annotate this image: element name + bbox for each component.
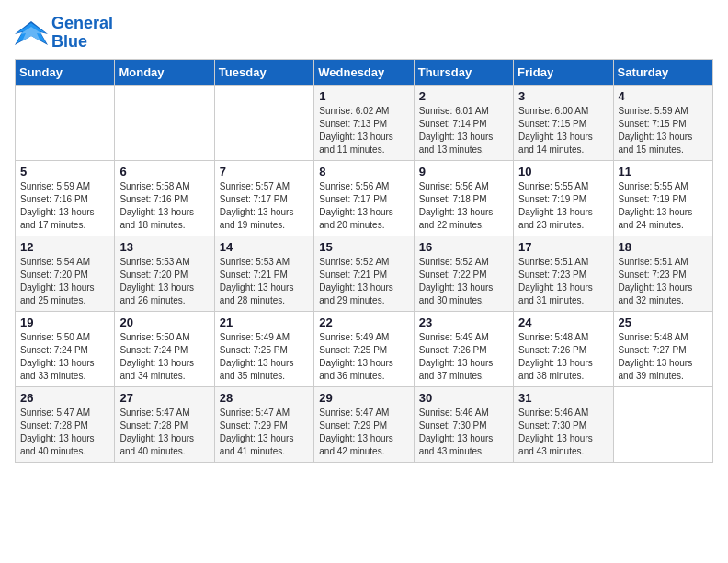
day-info: Sunrise: 5:47 AM Sunset: 7:29 PM Dayligh… xyxy=(220,407,309,458)
calendar-cell: 23Sunrise: 5:49 AM Sunset: 7:26 PM Dayli… xyxy=(414,311,513,386)
calendar-cell xyxy=(613,386,712,462)
day-number: 29 xyxy=(319,391,408,405)
day-info: Sunrise: 5:48 AM Sunset: 7:27 PM Dayligh… xyxy=(619,331,708,383)
header-thursday: Thursday xyxy=(414,59,513,85)
day-number: 6 xyxy=(119,165,209,178)
calendar-cell xyxy=(214,85,313,160)
calendar-cell: 20Sunrise: 5:50 AM Sunset: 7:24 PM Dayli… xyxy=(115,311,214,386)
day-info: Sunrise: 5:52 AM Sunset: 7:22 PM Dayligh… xyxy=(419,256,508,307)
calendar-cell: 22Sunrise: 5:49 AM Sunset: 7:25 PM Dayli… xyxy=(314,311,414,386)
day-info: Sunrise: 5:49 AM Sunset: 7:25 PM Dayligh… xyxy=(319,331,408,383)
header-monday: Monday xyxy=(115,59,214,85)
day-info: Sunrise: 5:47 AM Sunset: 7:28 PM Dayligh… xyxy=(119,407,209,458)
calendar-cell: 24Sunrise: 5:48 AM Sunset: 7:26 PM Dayli… xyxy=(514,311,613,386)
calendar-week-2: 5Sunrise: 5:59 AM Sunset: 7:16 PM Daylig… xyxy=(16,160,713,236)
calendar-cell: 12Sunrise: 5:54 AM Sunset: 7:20 PM Dayli… xyxy=(16,236,115,311)
calendar-cell: 18Sunrise: 5:51 AM Sunset: 7:23 PM Dayli… xyxy=(613,236,712,311)
day-info: Sunrise: 5:56 AM Sunset: 7:17 PM Dayligh… xyxy=(319,180,408,232)
calendar-cell: 6Sunrise: 5:58 AM Sunset: 7:16 PM Daylig… xyxy=(115,160,214,236)
calendar-cell: 7Sunrise: 5:57 AM Sunset: 7:17 PM Daylig… xyxy=(214,160,313,236)
day-info: Sunrise: 5:47 AM Sunset: 7:28 PM Dayligh… xyxy=(20,407,109,458)
day-info: Sunrise: 5:50 AM Sunset: 7:24 PM Dayligh… xyxy=(119,331,209,383)
calendar-cell xyxy=(16,85,115,160)
day-number: 25 xyxy=(619,316,708,329)
calendar-cell: 2Sunrise: 6:01 AM Sunset: 7:14 PM Daylig… xyxy=(414,85,513,160)
day-number: 24 xyxy=(518,316,608,329)
day-number: 5 xyxy=(20,165,109,178)
calendar-cell: 25Sunrise: 5:48 AM Sunset: 7:27 PM Dayli… xyxy=(613,311,712,386)
calendar-cell: 15Sunrise: 5:52 AM Sunset: 7:21 PM Dayli… xyxy=(314,236,414,311)
day-number: 9 xyxy=(419,165,508,178)
calendar-cell: 3Sunrise: 6:00 AM Sunset: 7:15 PM Daylig… xyxy=(514,85,613,160)
day-info: Sunrise: 5:55 AM Sunset: 7:19 PM Dayligh… xyxy=(619,180,708,232)
logo: General Blue xyxy=(15,15,113,52)
calendar-cell: 13Sunrise: 5:53 AM Sunset: 7:20 PM Dayli… xyxy=(115,236,214,311)
calendar-week-1: 1Sunrise: 6:02 AM Sunset: 7:13 PM Daylig… xyxy=(16,85,713,160)
day-number: 16 xyxy=(419,240,508,254)
calendar-cell: 14Sunrise: 5:53 AM Sunset: 7:21 PM Dayli… xyxy=(214,236,313,311)
day-number: 8 xyxy=(319,165,408,178)
header-wednesday: Wednesday xyxy=(314,59,414,85)
day-info: Sunrise: 5:59 AM Sunset: 7:15 PM Dayligh… xyxy=(619,105,708,156)
day-number: 17 xyxy=(518,240,608,254)
day-info: Sunrise: 5:51 AM Sunset: 7:23 PM Dayligh… xyxy=(518,256,608,307)
calendar-cell: 4Sunrise: 5:59 AM Sunset: 7:15 PM Daylig… xyxy=(613,85,712,160)
day-info: Sunrise: 5:52 AM Sunset: 7:21 PM Dayligh… xyxy=(319,256,408,307)
header-sunday: Sunday xyxy=(16,59,115,85)
day-info: Sunrise: 5:46 AM Sunset: 7:30 PM Dayligh… xyxy=(518,407,608,458)
day-info: Sunrise: 6:00 AM Sunset: 7:15 PM Dayligh… xyxy=(518,105,608,156)
calendar-cell: 9Sunrise: 5:56 AM Sunset: 7:18 PM Daylig… xyxy=(414,160,513,236)
day-info: Sunrise: 5:49 AM Sunset: 7:26 PM Dayligh… xyxy=(419,331,508,383)
day-number: 10 xyxy=(518,165,608,178)
day-number: 21 xyxy=(220,316,309,329)
calendar-week-5: 26Sunrise: 5:47 AM Sunset: 7:28 PM Dayli… xyxy=(16,386,713,462)
day-info: Sunrise: 5:48 AM Sunset: 7:26 PM Dayligh… xyxy=(518,331,608,383)
day-number: 11 xyxy=(619,165,708,178)
calendar-cell: 30Sunrise: 5:46 AM Sunset: 7:30 PM Dayli… xyxy=(414,386,513,462)
day-info: Sunrise: 5:46 AM Sunset: 7:30 PM Dayligh… xyxy=(419,407,508,458)
day-info: Sunrise: 5:53 AM Sunset: 7:20 PM Dayligh… xyxy=(119,256,209,307)
day-info: Sunrise: 5:47 AM Sunset: 7:29 PM Dayligh… xyxy=(319,407,408,458)
calendar-cell: 29Sunrise: 5:47 AM Sunset: 7:29 PM Dayli… xyxy=(314,386,414,462)
calendar-cell: 31Sunrise: 5:46 AM Sunset: 7:30 PM Dayli… xyxy=(514,386,613,462)
logo-text: General Blue xyxy=(51,15,113,52)
day-number: 13 xyxy=(119,240,209,254)
day-info: Sunrise: 5:53 AM Sunset: 7:21 PM Dayligh… xyxy=(220,256,309,307)
day-info: Sunrise: 5:56 AM Sunset: 7:18 PM Dayligh… xyxy=(419,180,508,232)
day-number: 14 xyxy=(220,240,309,254)
header-friday: Friday xyxy=(514,59,613,85)
day-info: Sunrise: 5:49 AM Sunset: 7:25 PM Dayligh… xyxy=(220,331,309,383)
calendar-cell: 11Sunrise: 5:55 AM Sunset: 7:19 PM Dayli… xyxy=(613,160,712,236)
calendar-cell: 17Sunrise: 5:51 AM Sunset: 7:23 PM Dayli… xyxy=(514,236,613,311)
day-number: 3 xyxy=(518,89,608,103)
calendar-week-4: 19Sunrise: 5:50 AM Sunset: 7:24 PM Dayli… xyxy=(16,311,713,386)
day-number: 12 xyxy=(20,240,109,254)
logo-icon xyxy=(15,19,48,47)
day-info: Sunrise: 5:50 AM Sunset: 7:24 PM Dayligh… xyxy=(20,331,109,383)
header-tuesday: Tuesday xyxy=(214,59,313,85)
calendar-cell: 1Sunrise: 6:02 AM Sunset: 7:13 PM Daylig… xyxy=(314,85,414,160)
day-number: 18 xyxy=(619,240,708,254)
day-number: 4 xyxy=(619,89,708,103)
day-info: Sunrise: 6:02 AM Sunset: 7:13 PM Dayligh… xyxy=(319,105,408,156)
day-number: 19 xyxy=(20,316,109,329)
day-info: Sunrise: 5:54 AM Sunset: 7:20 PM Dayligh… xyxy=(20,256,109,307)
calendar-table: SundayMondayTuesdayWednesdayThursdayFrid… xyxy=(15,59,713,463)
day-number: 31 xyxy=(518,391,608,405)
calendar-week-3: 12Sunrise: 5:54 AM Sunset: 7:20 PM Dayli… xyxy=(16,236,713,311)
day-number: 30 xyxy=(419,391,508,405)
calendar-header-row: SundayMondayTuesdayWednesdayThursdayFrid… xyxy=(16,59,713,85)
calendar-cell: 8Sunrise: 5:56 AM Sunset: 7:17 PM Daylig… xyxy=(314,160,414,236)
calendar-cell: 28Sunrise: 5:47 AM Sunset: 7:29 PM Dayli… xyxy=(214,386,313,462)
day-number: 26 xyxy=(20,391,109,405)
day-number: 23 xyxy=(419,316,508,329)
day-info: Sunrise: 5:55 AM Sunset: 7:19 PM Dayligh… xyxy=(518,180,608,232)
page-header: General Blue xyxy=(15,15,713,52)
day-number: 1 xyxy=(319,89,408,103)
day-number: 15 xyxy=(319,240,408,254)
day-info: Sunrise: 5:51 AM Sunset: 7:23 PM Dayligh… xyxy=(619,256,708,307)
calendar-cell: 27Sunrise: 5:47 AM Sunset: 7:28 PM Dayli… xyxy=(115,386,214,462)
header-saturday: Saturday xyxy=(613,59,712,85)
day-number: 28 xyxy=(220,391,309,405)
day-number: 2 xyxy=(419,89,508,103)
